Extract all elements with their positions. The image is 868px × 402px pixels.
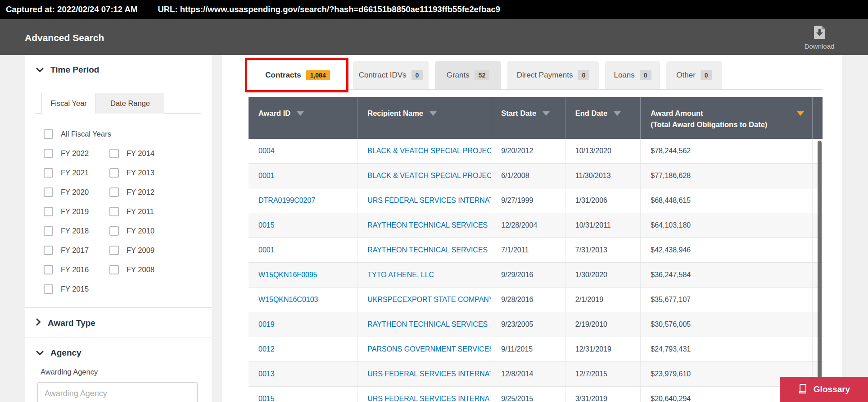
awarding-agency-input[interactable] <box>37 382 198 402</box>
award-id-link[interactable]: 0001 <box>258 246 275 254</box>
tab-contract-idvs[interactable]: Contract IDVs 0 <box>353 61 429 89</box>
column-header-award-id[interactable]: Award ID <box>249 97 357 139</box>
results-table: Award ID Recipient Name Start Date End D… <box>249 97 823 402</box>
sort-desc-icon <box>797 111 804 116</box>
download-button[interactable]: Download <box>800 23 838 52</box>
tab-label: Loans <box>614 71 634 80</box>
recipient-link[interactable]: RAYTHEON TECHNICAL SERVICES … <box>367 246 491 254</box>
checkbox-fy-2012[interactable] <box>109 187 119 197</box>
award-id-link[interactable]: W15QKN16F0095 <box>258 271 317 279</box>
award-amount-cell: $78,244,562 <box>640 139 812 163</box>
checkbox-fy-2015[interactable] <box>44 284 53 294</box>
award-id-link[interactable]: W15QKN16C0103 <box>258 296 318 304</box>
checkbox-fy-2017[interactable] <box>44 246 53 255</box>
table-row: 0004 BLACK & VEATCH SPECIAL PROJEC… 9/20… <box>249 139 823 164</box>
recipient-link[interactable]: RAYTHEON TECHNICAL SERVICES … <box>367 320 491 329</box>
recipient-link[interactable]: URS FEDERAL SERVICES INTERNAT… <box>367 370 491 378</box>
recipient-link[interactable]: PARSONS GOVERNMENT SERVICES… <box>367 345 491 353</box>
award-id-link[interactable]: DTRA0199C0207 <box>258 196 315 205</box>
checkbox-fy-2011[interactable] <box>109 207 119 216</box>
checkbox-fy-2016[interactable] <box>44 265 53 274</box>
tab-contracts[interactable]: Contracts 1,084 <box>249 61 347 90</box>
award-amount-cell: $68,448,615 <box>640 188 812 213</box>
chevron-down-icon <box>36 65 44 75</box>
award-amount-cell: $36,247,584 <box>640 263 812 287</box>
start-date-cell: 9/29/2016 <box>491 263 565 287</box>
tab-grants[interactable]: Grants 52 <box>435 61 501 89</box>
glossary-button[interactable]: Glossary <box>780 377 868 402</box>
award-id-link[interactable]: 0015 <box>258 395 275 402</box>
column-header-end-date[interactable]: End Date <box>565 97 640 139</box>
end-date-cell: 10/31/2011 <box>565 213 640 238</box>
recipient-link[interactable]: URS FEDERAL SERVICES INTERNAT… <box>367 196 491 205</box>
recipient-link[interactable]: TYTO ATHENE, LLC <box>367 271 434 279</box>
award-id-link[interactable]: 0004 <box>258 147 275 155</box>
table-row: 0019 RAYTHEON TECHNICAL SERVICES … 9/23/… <box>249 312 823 337</box>
table-row: 0015 URS FEDERAL SERVICES INTERNAT… 9/25… <box>249 387 823 402</box>
end-date-cell: 2/19/2010 <box>565 312 640 337</box>
end-date-cell: 1/31/2006 <box>565 188 640 213</box>
count-badge: 0 <box>701 70 712 80</box>
time-period-title: Time Period <box>50 65 99 75</box>
table-scrollbar[interactable] <box>818 141 822 402</box>
checkbox-fy-2014[interactable] <box>109 149 119 158</box>
tab-other[interactable]: Other 0 <box>666 61 722 89</box>
column-label: Award Amount <box>651 108 703 119</box>
column-header-recipient-name[interactable]: Recipient Name <box>357 97 491 139</box>
start-date-cell: 9/11/2015 <box>491 337 565 361</box>
recipient-link[interactable]: BLACK & VEATCH SPECIAL PROJEC… <box>367 172 491 180</box>
tab-loans[interactable]: Loans 0 <box>605 61 660 89</box>
award-id-link[interactable]: 0001 <box>258 172 275 180</box>
award-amount-cell: $24,793,431 <box>640 337 812 361</box>
award-amount-cell: $42,438,946 <box>640 238 812 262</box>
award-amount-cell: $77,186,628 <box>640 164 812 188</box>
column-header-start-date[interactable]: Start Date <box>491 97 565 139</box>
table-row: W15QKN16C0103 UKRSPECEXPORT STATE COMPAN… <box>249 288 823 312</box>
table-row: DTRA0199C0207 URS FEDERAL SERVICES INTER… <box>249 188 823 213</box>
start-date-cell: 9/27/1999 <box>491 188 565 213</box>
recipient-link[interactable]: URS FEDERAL SERVICES INTERNAT… <box>367 395 491 402</box>
table-row: W15QKN16F0095 TYTO ATHENE, LLC 9/29/2016… <box>249 263 823 288</box>
fiscal-year-checklist: All Fiscal Years FY 2022 FY 2014 FY 2021… <box>44 124 175 299</box>
count-badge: 0 <box>578 70 589 80</box>
checkbox-fy-2010[interactable] <box>109 226 119 236</box>
checkbox-fy-2021[interactable] <box>44 168 53 178</box>
sort-icon <box>542 111 550 116</box>
checkbox-fy-2022[interactable] <box>44 149 53 158</box>
award-id-link[interactable]: 0013 <box>258 370 275 378</box>
time-period-section-toggle[interactable]: Time Period <box>36 65 99 75</box>
tab-date-range[interactable]: Date Range <box>96 93 164 114</box>
checkbox-fy-2018[interactable] <box>44 226 53 236</box>
search-results-panel: Contracts 1,084 Contract IDVs 0 Grants 5… <box>222 55 842 402</box>
tab-fiscal-year[interactable]: Fiscal Year <box>41 93 96 114</box>
checkbox-fy-2009[interactable] <box>109 246 119 255</box>
checkbox-fy-2008[interactable] <box>109 265 119 274</box>
agency-section-toggle[interactable]: Agency <box>36 348 81 358</box>
download-label: Download <box>805 42 835 50</box>
checkbox-fy-2019[interactable] <box>44 207 53 216</box>
end-date-cell: 1/30/2020 <box>565 263 640 287</box>
tab-direct-payments[interactable]: Direct Payments 0 <box>507 61 599 89</box>
column-header-spacer <box>812 97 823 139</box>
agency-title: Agency <box>50 348 81 358</box>
recipient-link[interactable]: RAYTHEON TECHNICAL SERVICES … <box>367 221 491 229</box>
end-date-cell: 12/31/2019 <box>565 337 640 361</box>
column-label: Award ID <box>258 108 290 119</box>
count-badge: 0 <box>640 70 651 80</box>
recipient-link[interactable]: BLACK & VEATCH SPECIAL PROJEC… <box>367 147 491 155</box>
sort-icon <box>614 111 621 116</box>
recipient-link[interactable]: UKRSPECEXPORT STATE COMPANY… <box>367 296 491 304</box>
section-divider <box>25 307 212 308</box>
checkbox-all-fiscal-years[interactable] <box>44 129 53 139</box>
award-id-link[interactable]: 0012 <box>258 345 275 353</box>
end-date-cell: 12/7/2015 <box>565 362 640 386</box>
checkbox-fy-2020[interactable] <box>44 187 53 197</box>
column-header-award-amount[interactable]: Award Amount (Total Award Obligations to… <box>640 97 812 139</box>
start-date-cell: 9/25/2015 <box>491 387 565 402</box>
checkbox-fy-2013[interactable] <box>109 168 119 178</box>
end-date-cell: 11/30/2013 <box>565 164 640 188</box>
award-id-link[interactable]: 0015 <box>258 221 275 229</box>
award-type-section-toggle[interactable]: Award Type <box>36 318 95 328</box>
award-id-link[interactable]: 0019 <box>258 320 275 329</box>
tab-label: Contract IDVs <box>359 71 407 80</box>
